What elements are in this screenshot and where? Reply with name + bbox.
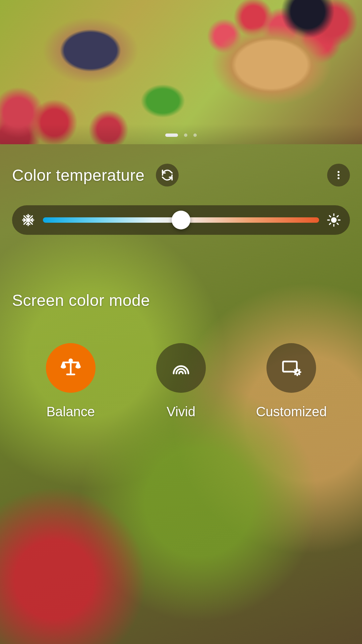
preview-image-carousel[interactable] bbox=[0, 0, 362, 144]
svg-line-15 bbox=[337, 216, 339, 217]
more-vertical-icon bbox=[333, 170, 344, 180]
slider-thumb[interactable] bbox=[172, 211, 190, 229]
svg-point-1 bbox=[338, 174, 340, 176]
screen-gear-icon bbox=[280, 357, 302, 379]
svg-line-26 bbox=[295, 370, 296, 371]
color-mode-balance[interactable]: Balance bbox=[24, 343, 118, 419]
slider-track[interactable] bbox=[43, 217, 319, 223]
pager-dot-active bbox=[165, 133, 178, 137]
svg-line-27 bbox=[299, 374, 299, 374]
svg-line-12 bbox=[329, 216, 331, 217]
mode-label: Customized bbox=[256, 404, 327, 419]
mode-label: Vivid bbox=[167, 404, 195, 419]
screen-color-mode-title: Screen color mode bbox=[12, 291, 350, 310]
pager-dot bbox=[184, 133, 187, 137]
color-temperature-title: Color temperature bbox=[12, 166, 144, 184]
refresh-icon bbox=[161, 169, 174, 181]
pager-dot bbox=[193, 133, 197, 137]
svg-line-28 bbox=[299, 370, 299, 371]
color-mode-button[interactable] bbox=[46, 343, 96, 393]
reset-button[interactable] bbox=[156, 164, 179, 186]
color-mode-button[interactable] bbox=[156, 343, 206, 393]
svg-line-29 bbox=[295, 374, 296, 374]
snowflake-icon bbox=[21, 213, 35, 227]
rainbow-icon bbox=[170, 357, 192, 379]
color-mode-customized[interactable]: Customized bbox=[244, 343, 338, 419]
mode-label: Balance bbox=[46, 404, 95, 419]
svg-point-19 bbox=[69, 359, 72, 362]
svg-point-2 bbox=[338, 177, 340, 179]
scale-icon bbox=[60, 357, 82, 379]
svg-line-13 bbox=[337, 223, 339, 225]
carousel-pager bbox=[165, 133, 197, 137]
svg-point-7 bbox=[331, 218, 336, 222]
color-mode-button[interactable] bbox=[266, 343, 316, 393]
svg-line-14 bbox=[329, 223, 331, 225]
color-mode-vivid[interactable]: Vivid bbox=[134, 343, 228, 419]
color-temperature-slider[interactable] bbox=[12, 205, 350, 235]
sun-icon bbox=[327, 213, 341, 227]
overflow-menu-button[interactable] bbox=[327, 164, 350, 186]
svg-point-0 bbox=[338, 171, 340, 173]
